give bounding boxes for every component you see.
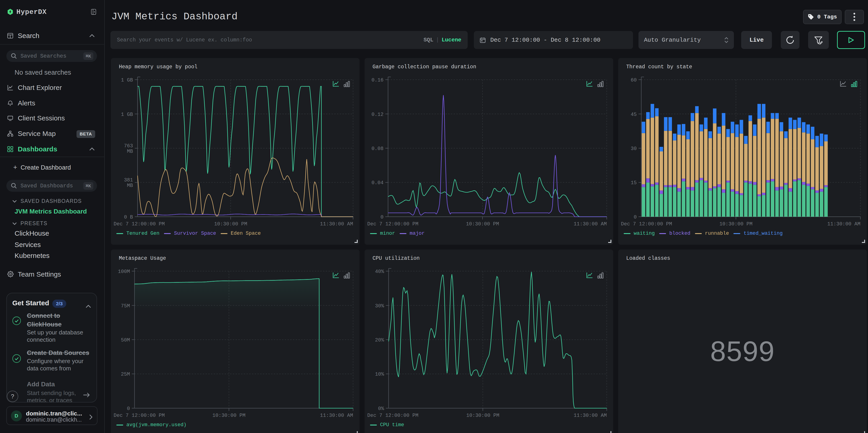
svg-text:Dec 7 12:00:00 PM: Dec 7 12:00:00 PM — [367, 413, 418, 419]
svg-text:11:30:00 AM: 11:30:00 AM — [320, 221, 353, 227]
svg-text:Dec 7 12:00:00 PM: Dec 7 12:00:00 PM — [621, 221, 672, 227]
svg-text:0 B: 0 B — [124, 214, 133, 220]
svg-text:10:30:00 PM: 10:30:00 PM — [214, 221, 247, 227]
svg-text:45: 45 — [631, 112, 637, 118]
svg-text:MB: MB — [127, 149, 133, 154]
svg-text:0: 0 — [380, 214, 383, 220]
svg-text:30%: 30% — [375, 303, 384, 309]
svg-text:15: 15 — [631, 180, 637, 186]
svg-text:0.12: 0.12 — [371, 112, 383, 118]
svg-text:75M: 75M — [121, 303, 130, 309]
svg-text:1 GB: 1 GB — [121, 112, 133, 118]
svg-text:Dec 7 12:00:00 PM: Dec 7 12:00:00 PM — [114, 413, 165, 419]
svg-text:10:30:00 PM: 10:30:00 PM — [466, 221, 499, 227]
svg-text:20%: 20% — [375, 337, 384, 343]
svg-text:Dec 7 12:00:00 PM: Dec 7 12:00:00 PM — [114, 221, 165, 227]
svg-text:763: 763 — [124, 143, 133, 149]
svg-text:381: 381 — [124, 177, 133, 183]
svg-text:11:30:00 AM: 11:30:00 AM — [574, 221, 607, 227]
svg-text:100M: 100M — [118, 269, 130, 275]
svg-text:11:30:00 AM: 11:30:00 AM — [320, 413, 353, 419]
svg-text:10:30:00 PM: 10:30:00 PM — [466, 413, 499, 419]
svg-text:MB: MB — [127, 183, 133, 188]
svg-text:25M: 25M — [121, 372, 130, 377]
svg-text:0%: 0% — [378, 406, 384, 411]
svg-text:11:30:00 AM: 11:30:00 AM — [574, 413, 607, 419]
svg-text:50M: 50M — [121, 337, 130, 343]
svg-text:60: 60 — [631, 78, 637, 83]
svg-text:0.04: 0.04 — [371, 180, 383, 186]
svg-text:0: 0 — [634, 214, 637, 220]
svg-text:30: 30 — [631, 146, 637, 152]
svg-text:0.16: 0.16 — [371, 78, 383, 83]
svg-text:10:30:00 PM: 10:30:00 PM — [212, 413, 245, 419]
svg-text:11:30:00 AM: 11:30:00 AM — [827, 221, 860, 227]
svg-text:10%: 10% — [375, 372, 384, 377]
svg-text:0: 0 — [127, 406, 130, 411]
svg-text:40%: 40% — [375, 269, 384, 275]
svg-text:10:30:00 PM: 10:30:00 PM — [719, 221, 752, 227]
svg-text:0.08: 0.08 — [371, 146, 383, 152]
svg-text:Dec 7 12:00:00 PM: Dec 7 12:00:00 PM — [367, 221, 418, 227]
svg-text:1 GB: 1 GB — [121, 78, 133, 83]
